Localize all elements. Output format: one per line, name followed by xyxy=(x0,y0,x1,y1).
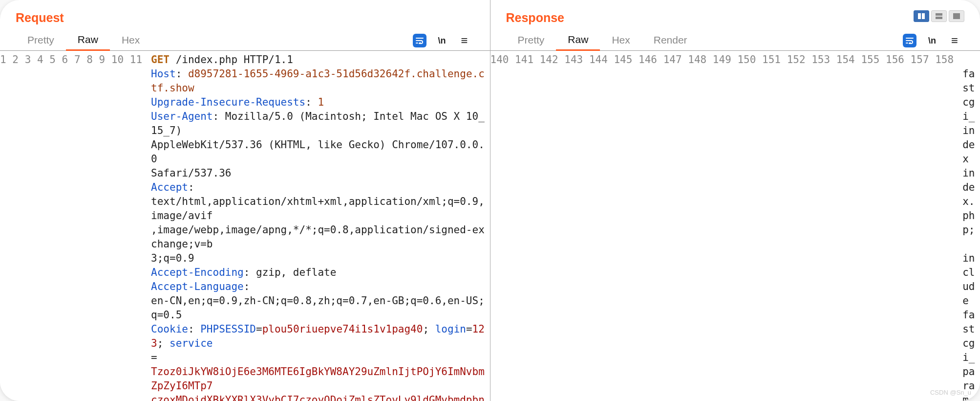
tab-pretty[interactable]: Pretty xyxy=(16,31,66,50)
request-editor[interactable]: 1 2 3 4 5 6 7 8 9 10 11 GET /index.php H… xyxy=(0,51,490,401)
header-val: gzip, deflate xyxy=(256,267,336,278)
response-pane: Response Pretty Raw Hex Render \n ≡ 140 … xyxy=(490,0,980,401)
request-pane: Request Pretty Raw Hex \n ≡ 1 2 3 4 5 6 … xyxy=(0,0,490,401)
code-line: fastcgi_index index.php; xyxy=(962,53,976,237)
cookie-key: service xyxy=(170,337,213,349)
accept-val: text/html,application/xhtml+xml,applicat… xyxy=(151,195,486,223)
header-val: 1 xyxy=(318,96,324,108)
accept-val: 3;q=0.9 xyxy=(151,251,486,266)
response-editor[interactable]: 140 141 142 143 144 145 146 147 148 149 … xyxy=(490,51,980,401)
svg-rect-0 xyxy=(936,13,942,16)
header-key: Accept xyxy=(151,181,188,193)
header-key: Cookie xyxy=(151,323,188,335)
response-gutter: 140 141 142 143 144 145 146 147 148 149 … xyxy=(490,51,959,401)
hamburger-icon[interactable]: ≡ xyxy=(458,34,471,47)
response-tab-bar: Pretty Raw Hex Render \n ≡ xyxy=(490,27,980,51)
tab-raw[interactable]: Raw xyxy=(66,31,110,51)
cookie-key: login xyxy=(435,323,466,335)
cookie-key: PHPSESSID xyxy=(200,323,256,335)
wrap-icon[interactable] xyxy=(413,34,426,47)
layout-split-vertical[interactable] xyxy=(914,10,929,22)
tab-render[interactable]: Render xyxy=(642,31,699,50)
http-path: /index.php HTTP/1.1 xyxy=(170,54,293,66)
tab-hex[interactable]: Hex xyxy=(110,31,151,50)
http-method: GET xyxy=(151,54,170,66)
newline-icon[interactable]: \n xyxy=(925,34,939,47)
response-title: Response xyxy=(506,11,564,25)
watermark: CSDN @Sn_u xyxy=(930,389,971,396)
header-key: Upgrade-Insecure-Requests xyxy=(151,96,305,108)
ua-cont: AppleWebKit/537.36 (KHTML, like Gecko) C… xyxy=(151,138,486,166)
newline-icon[interactable]: \n xyxy=(435,34,449,47)
cookie-b64: Tzoz0iJkYW8iOjE6e3M6MTE6IgBkYW8AY29uZmln… xyxy=(151,365,486,393)
tab-pretty[interactable]: Pretty xyxy=(506,31,556,50)
layout-single[interactable] xyxy=(949,10,964,22)
layout-toggles xyxy=(914,10,964,22)
code-line: include fastcgi_params; xyxy=(962,237,976,401)
cookie-eq: = xyxy=(151,352,157,363)
ua-cont: Safari/537.36 xyxy=(151,166,486,180)
al-val: en-CN,en;q=0.9,zh-CN;q=0.8,zh;q=0.7,en-G… xyxy=(151,294,486,322)
header-val: d8957281-1655-4969-a1c3-51d56d32642f.cha… xyxy=(151,68,485,94)
hamburger-icon[interactable]: ≡ xyxy=(948,34,961,47)
accept-val: ,image/webp,image/apng,*/*;q=0.8,applica… xyxy=(151,223,486,251)
tab-raw[interactable]: Raw xyxy=(556,31,600,51)
request-title: Request xyxy=(16,11,64,25)
request-code[interactable]: GET /index.php HTTP/1.1Host: d8957281-16… xyxy=(147,51,490,401)
tab-hex[interactable]: Hex xyxy=(600,31,641,50)
cookie-b64: czoxMDoidXBkYXRlX3VybCI7czoyODoiZmlsZTov… xyxy=(151,393,486,401)
request-tab-bar: Pretty Raw Hex \n ≡ xyxy=(0,27,490,51)
header-key: Accept-Encoding xyxy=(151,267,244,278)
cookie-val: plou50riuepve74i1s1v1pag40 xyxy=(262,323,423,335)
header-key: Host xyxy=(151,68,176,80)
header-key: Accept-Language xyxy=(151,281,244,292)
layout-split-horizontal[interactable] xyxy=(931,10,947,22)
wrap-icon[interactable] xyxy=(903,34,916,47)
svg-rect-2 xyxy=(953,13,960,19)
svg-rect-1 xyxy=(936,17,942,19)
request-gutter: 1 2 3 4 5 6 7 8 9 10 11 xyxy=(0,51,147,401)
response-code[interactable]: fastcgi_index index.php; include fastcgi… xyxy=(959,51,980,401)
